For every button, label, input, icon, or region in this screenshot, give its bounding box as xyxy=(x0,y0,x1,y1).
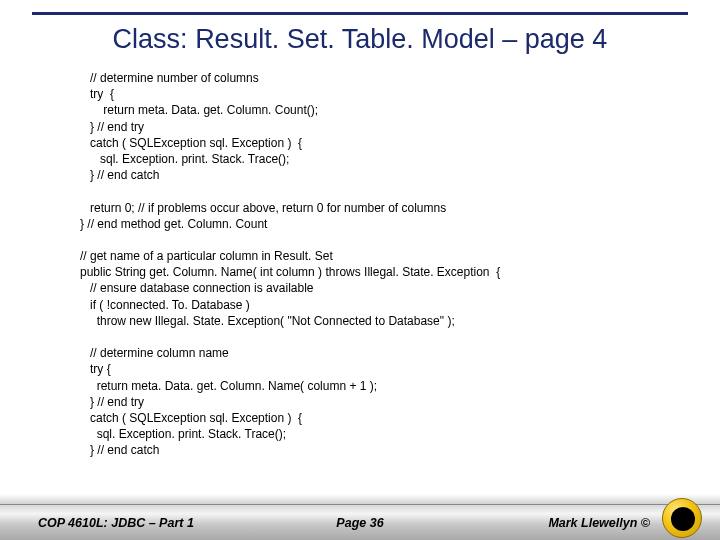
footer-bar: COP 4610L: JDBC – Part 1 Page 36 Mark Ll… xyxy=(0,504,720,540)
ucf-logo-icon xyxy=(662,498,702,538)
footer-page: Page 36 xyxy=(336,516,383,530)
footer-gradient xyxy=(0,494,720,504)
top-rule xyxy=(32,12,688,15)
slide-title: Class: Result. Set. Table. Model – page … xyxy=(0,24,720,55)
footer-course: COP 4610L: JDBC – Part 1 xyxy=(38,516,194,530)
footer-author: Mark Llewellyn © xyxy=(548,516,650,530)
slide: Class: Result. Set. Table. Model – page … xyxy=(0,0,720,540)
code-block: // determine number of columns try { ret… xyxy=(80,70,660,459)
